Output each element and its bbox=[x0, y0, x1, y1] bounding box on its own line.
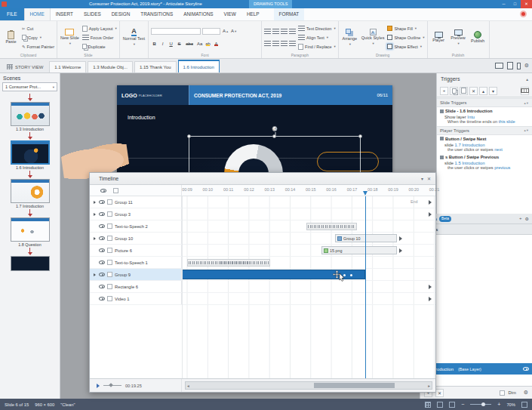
visibility-eye-icon[interactable] bbox=[99, 297, 105, 301]
timeline-row-group-9-selected[interactable]: Group 9 bbox=[90, 269, 435, 281]
scroll-left-icon[interactable]: ◂ bbox=[187, 384, 189, 389]
tab-format[interactable]: FORMAT bbox=[274, 8, 305, 20]
text-highlight-button[interactable]: ab bbox=[204, 40, 211, 47]
clear-formatting-button[interactable]: abc bbox=[184, 40, 195, 47]
text-direction-button[interactable]: Text Direction▾ bbox=[298, 25, 336, 32]
timeline-track[interactable] bbox=[182, 208, 435, 220]
this-slide-link[interactable]: this slide bbox=[499, 119, 515, 124]
collapse-panel-icon[interactable]: ▴ bbox=[526, 77, 528, 82]
bold-button[interactable]: B bbox=[151, 40, 158, 47]
slide-thumbnail[interactable] bbox=[11, 140, 50, 165]
timeline-track[interactable]: 15.png bbox=[182, 245, 435, 256]
font-size-combo[interactable] bbox=[202, 28, 220, 35]
format-painter-button[interactable]: ✎Format Painter bbox=[22, 43, 54, 50]
visibility-eye-icon[interactable] bbox=[99, 273, 105, 276]
expand-icon[interactable] bbox=[94, 213, 96, 216]
timeline-object-bar[interactable]: 15.png bbox=[321, 246, 397, 254]
duplicate-button[interactable]: Duplicate bbox=[82, 43, 117, 50]
timeline-row-group-11[interactable]: Group 11 bbox=[90, 196, 435, 208]
visibility-eye-icon[interactable] bbox=[99, 285, 105, 288]
new-slide-button[interactable]: New Slide▾ bbox=[60, 23, 80, 52]
tab-slides[interactable]: SLIDES bbox=[78, 8, 106, 20]
timeline-header[interactable]: Timeline ▾ ✕ bbox=[90, 173, 435, 185]
slide-thumbnail[interactable] bbox=[11, 102, 50, 126]
layer-row[interactable]: Intu bbox=[420, 341, 532, 350]
scroll-right-icon[interactable]: ▸ bbox=[428, 384, 430, 389]
reorder-icons[interactable]: ▴▾ bbox=[524, 128, 529, 132]
paste-trigger-button[interactable] bbox=[460, 87, 468, 95]
timeline-row-group-3[interactable]: Group 3 bbox=[90, 208, 435, 220]
lock-checkbox[interactable] bbox=[107, 223, 112, 229]
slide-thumbnail[interactable] bbox=[11, 217, 50, 242]
lock-checkbox[interactable] bbox=[107, 272, 112, 277]
zoom-out-button[interactable]: − bbox=[461, 402, 464, 408]
tab-design[interactable]: DESIGN bbox=[106, 8, 136, 20]
trigger-group-next-button[interactable]: Button / Swipe Next bbox=[437, 135, 532, 142]
drag-handle-dot[interactable] bbox=[350, 274, 352, 276]
story-view-button[interactable]: STORY VIEW bbox=[2, 61, 48, 72]
timeline-menu-icon[interactable]: ▾ bbox=[421, 176, 423, 181]
notes-view-mode-icon[interactable] bbox=[449, 402, 455, 408]
bullets-icon[interactable] bbox=[264, 29, 271, 34]
find-replace-button[interactable]: Find / Replace▾ bbox=[298, 43, 336, 50]
tab-animations[interactable]: ANIMATIONS bbox=[178, 8, 218, 20]
lock-checkbox[interactable] bbox=[107, 296, 112, 301]
trigger-jump-prev-slide[interactable]: slide 1.5 Introduction bbox=[437, 160, 532, 165]
scene-selector-dropdown[interactable]: 1 Consumer Prot... ▾ bbox=[2, 82, 57, 91]
slide-thumbnail-item[interactable]: 1.8 Question bbox=[11, 217, 50, 247]
slide-thumbnail-item[interactable]: 1.7 Introduction bbox=[11, 179, 50, 208]
player-button[interactable]: Player bbox=[430, 23, 447, 52]
visibility-eye-icon[interactable] bbox=[99, 260, 105, 264]
visibility-eye-icon[interactable] bbox=[99, 200, 105, 204]
underline-button[interactable]: U bbox=[168, 40, 174, 47]
timeline-track[interactable] bbox=[182, 257, 435, 268]
strikethrough-button[interactable]: S bbox=[176, 40, 183, 47]
move-trigger-up-button[interactable]: ▴ bbox=[479, 87, 487, 95]
trigger-show-layer[interactable]: Show layer Intu bbox=[437, 114, 532, 119]
align-right-icon[interactable] bbox=[281, 41, 288, 46]
rotation-handle[interactable]: ↺ bbox=[272, 126, 278, 131]
lock-checkbox[interactable] bbox=[107, 199, 112, 205]
timeline-track[interactable] bbox=[182, 196, 435, 208]
maximize-button[interactable]: □ bbox=[509, 0, 521, 8]
shrink-font-button[interactable]: A▾ bbox=[230, 28, 237, 35]
timeline-track[interactable] bbox=[182, 293, 435, 304]
copy-button[interactable]: Copy▾ bbox=[22, 34, 54, 41]
play-button[interactable] bbox=[97, 384, 100, 388]
delete-layer-button[interactable]: ✕ bbox=[435, 389, 444, 397]
tab-file[interactable]: FILE bbox=[0, 8, 24, 20]
lock-checkbox[interactable] bbox=[107, 284, 112, 289]
tab-help[interactable]: HELP bbox=[241, 8, 265, 20]
timeline-object-bar[interactable]: Group 10 bbox=[335, 234, 397, 242]
timeline-row-group-10[interactable]: Group 10 Group 10 bbox=[90, 233, 435, 245]
quick-styles-button[interactable]: A Quick Styles▾ bbox=[361, 23, 386, 52]
tab-transitions[interactable]: TRANSITIONS bbox=[135, 8, 178, 20]
align-left-icon[interactable] bbox=[264, 41, 271, 46]
timeline-close-icon[interactable]: ✕ bbox=[427, 176, 431, 181]
tab-home[interactable]: HOME bbox=[24, 8, 51, 20]
expand-icon[interactable] bbox=[94, 201, 96, 204]
phone-preview-icon[interactable] bbox=[517, 63, 521, 69]
resize-handle-top-left[interactable] bbox=[187, 134, 191, 138]
publish-button[interactable]: Publish bbox=[469, 23, 487, 52]
slide-thumbnail-item[interactable]: 1.3 Introduction bbox=[11, 102, 50, 131]
dim-checkbox[interactable] bbox=[500, 390, 505, 396]
lock-checkbox[interactable] bbox=[107, 211, 112, 217]
lock-checkbox[interactable] bbox=[107, 260, 112, 265]
timeline-end-marker-label[interactable]: End bbox=[411, 199, 418, 204]
tab-view[interactable]: VIEW bbox=[219, 8, 241, 20]
increase-indent-icon[interactable] bbox=[289, 29, 296, 34]
italic-button[interactable]: I bbox=[159, 40, 166, 47]
audio-waveform[interactable] bbox=[187, 259, 270, 267]
apply-layout-button[interactable]: Apply Layout▾ bbox=[82, 25, 117, 32]
copy-trigger-button[interactable] bbox=[450, 87, 458, 95]
minimize-button[interactable]: ─ bbox=[498, 0, 509, 8]
timeline-row-video-1[interactable]: Video 1 bbox=[90, 293, 435, 305]
shape-outline-button[interactable]: Shape Outline▾ bbox=[387, 34, 424, 41]
preview-button[interactable]: Preview▾ bbox=[450, 23, 467, 52]
playhead-marker[interactable] bbox=[363, 191, 367, 196]
desktop-preview-icon[interactable] bbox=[495, 63, 503, 69]
slide-thumbnail-item[interactable] bbox=[11, 256, 50, 271]
trigger-group-slide[interactable]: Slide - 1.6 Introduction bbox=[437, 107, 532, 114]
audio-waveform[interactable] bbox=[306, 223, 357, 230]
